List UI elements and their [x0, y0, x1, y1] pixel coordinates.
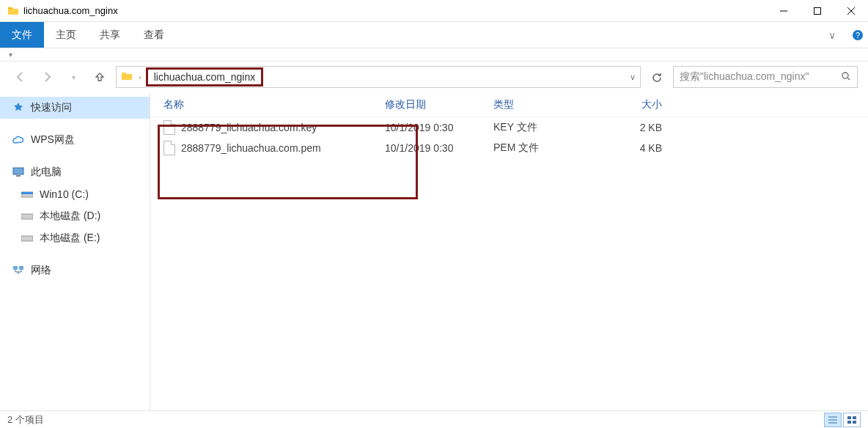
- svg-rect-5: [16, 175, 21, 177]
- help-icon[interactable]: ?: [847, 22, 868, 48]
- view-details-button[interactable]: [824, 413, 842, 427]
- svg-rect-13: [853, 416, 856, 419]
- folder-icon: [7, 5, 19, 17]
- drive-icon: [21, 188, 34, 201]
- tab-share[interactable]: 共享: [88, 22, 132, 48]
- chevron-down-icon[interactable]: ∨: [630, 73, 636, 82]
- col-type[interactable]: 类型: [493, 98, 603, 111]
- search-icon: [841, 71, 851, 84]
- chevron-right-icon[interactable]: ›: [139, 73, 141, 81]
- tab-home[interactable]: 主页: [44, 22, 88, 48]
- file-row[interactable]: 2888779_lichuachua.com.key 10/1/2019 0:3…: [150, 117, 868, 138]
- tab-view[interactable]: 查看: [132, 22, 176, 48]
- pc-icon: [12, 166, 25, 179]
- sidebar: 快速访问 WPS网盘 此电脑 Win10 (C:) 本地磁盘 (D:): [0, 92, 150, 410]
- search-input[interactable]: 搜索"lichuachua.com_nginx": [673, 66, 858, 88]
- file-icon: [163, 120, 175, 135]
- view-icons-button[interactable]: [843, 413, 861, 427]
- svg-point-3: [842, 73, 848, 78]
- col-date[interactable]: 修改日期: [385, 98, 493, 111]
- drive-icon: [21, 232, 34, 245]
- status-text: 2 个项目: [7, 413, 44, 427]
- sidebar-this-pc[interactable]: 此电脑: [0, 161, 150, 183]
- svg-rect-7: [21, 192, 33, 194]
- svg-rect-11: [19, 266, 23, 270]
- svg-rect-8: [21, 214, 33, 219]
- minimize-button[interactable]: [767, 0, 801, 21]
- file-pane: 名称 修改日期 类型 大小 2888779_lichuachua.com.key…: [150, 92, 868, 410]
- star-icon: [12, 101, 25, 114]
- search-placeholder: 搜索"lichuachua.com_nginx": [680, 70, 809, 84]
- ribbon: 文件 主页 共享 查看 ∨ ?: [0, 22, 868, 48]
- up-button[interactable]: [89, 67, 110, 87]
- file-row[interactable]: 2888779_lichuachua.com.pem 10/1/2019 0:3…: [150, 138, 868, 158]
- sidebar-drive-c[interactable]: Win10 (C:): [0, 183, 150, 205]
- chevron-down-icon[interactable]: ▾: [9, 51, 12, 59]
- svg-rect-9: [21, 236, 33, 241]
- svg-rect-0: [814, 7, 821, 14]
- sidebar-quick-access[interactable]: 快速访问: [0, 97, 150, 119]
- tab-file[interactable]: 文件: [0, 22, 44, 48]
- close-button[interactable]: [834, 0, 868, 21]
- svg-rect-12: [847, 416, 851, 419]
- col-name[interactable]: 名称: [150, 98, 385, 111]
- col-size[interactable]: 大小: [603, 98, 669, 111]
- refresh-button[interactable]: [647, 67, 667, 87]
- svg-rect-14: [847, 421, 851, 424]
- nav-row: ▾ › lichuachua.com_nginx ∨ 搜索"lichuachua…: [0, 62, 868, 92]
- title-bar: lichuachua.com_nginx: [0, 0, 868, 22]
- back-button[interactable]: [10, 67, 31, 87]
- svg-rect-4: [13, 168, 23, 174]
- ribbon-collapse-icon[interactable]: ∨: [817, 22, 847, 48]
- svg-rect-10: [13, 266, 18, 270]
- quick-access-toolbar: ▾: [0, 48, 868, 62]
- address-bar[interactable]: › lichuachua.com_nginx ∨: [116, 66, 641, 88]
- maximize-button[interactable]: [801, 0, 834, 21]
- drive-icon: [21, 210, 34, 223]
- sidebar-drive-e[interactable]: 本地磁盘 (E:): [0, 227, 150, 249]
- window-title: lichuachua.com_nginx: [23, 5, 767, 16]
- recent-dropdown-icon[interactable]: ▾: [63, 67, 84, 87]
- svg-text:?: ?: [856, 31, 860, 40]
- sidebar-network[interactable]: 网络: [0, 259, 150, 281]
- column-headers: 名称 修改日期 类型 大小: [150, 92, 868, 117]
- sidebar-drive-d[interactable]: 本地磁盘 (D:): [0, 205, 150, 227]
- forward-button[interactable]: [37, 67, 57, 87]
- file-icon: [163, 141, 175, 155]
- folder-icon: [121, 70, 133, 84]
- network-icon: [12, 264, 25, 277]
- svg-rect-15: [853, 421, 856, 424]
- status-bar: 2 个项目: [0, 410, 868, 428]
- sidebar-wps[interactable]: WPS网盘: [0, 129, 150, 151]
- cloud-icon: [12, 133, 25, 147]
- breadcrumb-current[interactable]: lichuachua.com_nginx: [146, 67, 264, 86]
